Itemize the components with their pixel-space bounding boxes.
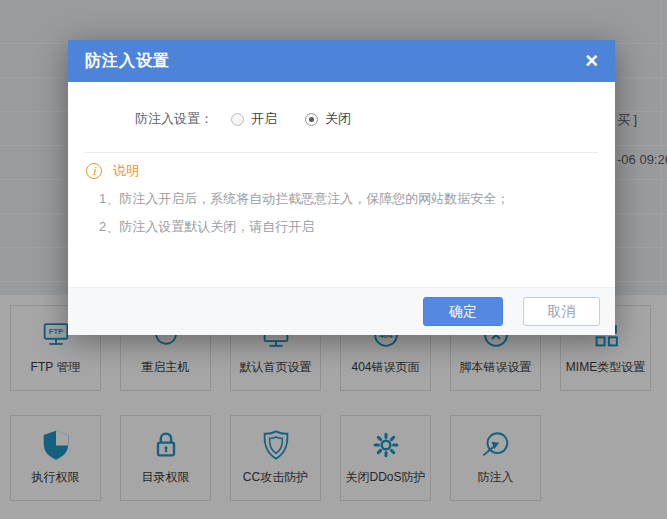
note-item-1: 1、防注入开启后，系统将自动拦截恶意注入，保障您的网站数据安全； [99, 190, 509, 208]
note-header: i 说明 [86, 162, 139, 180]
radio-circle-selected-icon[interactable] [305, 113, 318, 126]
cancel-button[interactable]: 取消 [523, 297, 600, 326]
divider [85, 152, 598, 153]
confirm-button[interactable]: 确定 [423, 297, 503, 326]
radio-label: 开启 [251, 110, 277, 128]
radio-option-on[interactable]: 开启 [231, 110, 277, 128]
anti-injection-setting-field: 防注入设置： 开启 关闭 [135, 110, 379, 128]
radio-option-off[interactable]: 关闭 [305, 110, 351, 128]
note-item-2: 2、防注入设置默认关闭，请自行开启 [99, 218, 314, 236]
dialog-footer: 确定 取消 [68, 287, 615, 335]
note-title: 说明 [113, 162, 139, 180]
radio-circle-icon[interactable] [231, 113, 244, 126]
anti-injection-settings-dialog: 防注入设置 × 防注入设置： 开启 关闭 i 说明 1、防注入开启后，系统将自动… [68, 40, 615, 335]
field-label: 防注入设置： [135, 110, 213, 128]
dialog-title: 防注入设置 [85, 51, 583, 72]
info-icon: i [86, 163, 102, 179]
dialog-header: 防注入设置 × [68, 40, 615, 82]
close-icon[interactable]: × [583, 50, 600, 72]
radio-label: 关闭 [325, 110, 351, 128]
